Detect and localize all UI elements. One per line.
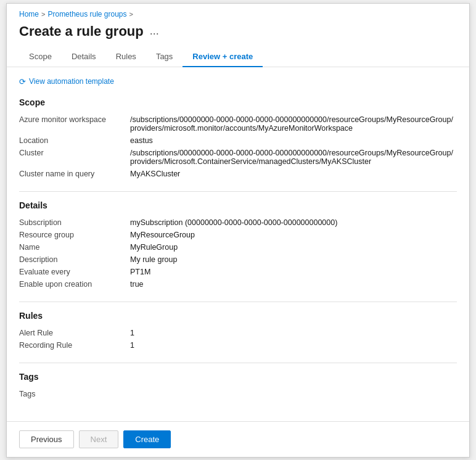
main-content: ⟳ View automation template Scope Azure m… — [7, 67, 469, 421]
footer: Previous Next Create — [7, 421, 469, 457]
details-value-1: MyResourceGroup — [130, 229, 457, 241]
details-label-3: Description — [19, 253, 130, 266]
tab-details[interactable]: Details — [62, 47, 106, 67]
automation-icon: ⟳ — [19, 77, 26, 86]
details-value-4: PT1M — [130, 266, 457, 278]
details-label-4: Evaluate every — [19, 266, 130, 278]
rules-value-0: 1 — [130, 327, 457, 339]
page-menu-icon[interactable]: ... — [150, 25, 159, 38]
rules-label-0: Alert Rule — [19, 327, 130, 339]
tab-rules[interactable]: Rules — [106, 47, 146, 67]
table-row: Name MyRuleGroup — [19, 241, 457, 253]
details-table: Subscription mySubscription (00000000-00… — [19, 216, 457, 290]
tags-table: Tags — [19, 388, 457, 400]
scope-label-0: Azure monitor workspace — [19, 113, 130, 134]
breadcrumb-sep1: > — [41, 10, 45, 18]
table-row: Cluster name in query MyAKSCluster — [19, 168, 457, 180]
details-label-1: Resource group — [19, 229, 130, 241]
table-row: Location eastus — [19, 134, 457, 147]
breadcrumb-home[interactable]: Home — [19, 10, 39, 18]
table-row: Recording Rule 1 — [19, 339, 457, 351]
details-label-2: Name — [19, 241, 130, 253]
automation-template-link[interactable]: ⟳ View automation template — [19, 77, 457, 86]
details-value-2: MyRuleGroup — [130, 241, 457, 253]
scope-value-3: MyAKSCluster — [130, 168, 457, 180]
tab-scope[interactable]: Scope — [19, 47, 62, 67]
page-header: Create a rule group ... — [7, 21, 469, 47]
table-row: Alert Rule 1 — [19, 327, 457, 339]
divider-rules-tags — [19, 363, 457, 363]
details-label-0: Subscription — [19, 216, 130, 229]
next-button: Next — [79, 430, 119, 448]
breadcrumb-sep2: > — [129, 10, 133, 18]
details-label-5: Enable upon creation — [19, 278, 130, 290]
scope-section-title: Scope — [19, 97, 457, 107]
divider-scope-details — [19, 191, 457, 192]
page-title: Create a rule group — [19, 23, 144, 39]
details-value-0: mySubscription (00000000-0000-0000-0000-… — [130, 216, 457, 229]
table-row: Tags — [19, 388, 457, 400]
table-row: Enable upon creation true — [19, 278, 457, 290]
table-row: Azure monitor workspace /subscriptions/0… — [19, 113, 457, 134]
scope-label-1: Location — [19, 134, 130, 147]
tags-label-0: Tags — [19, 388, 130, 400]
tabs-container: Scope Details Rules Tags Review + create — [7, 47, 469, 67]
rules-table: Alert Rule 1 Recording Rule 1 — [19, 327, 457, 351]
details-value-5: true — [130, 278, 457, 290]
tab-review-create[interactable]: Review + create — [183, 47, 263, 67]
scope-value-1: eastus — [130, 134, 457, 147]
table-row: Evaluate every PT1M — [19, 266, 457, 278]
tags-section-title: Tags — [19, 372, 457, 382]
table-row: Resource group MyResourceGroup — [19, 229, 457, 241]
scope-table: Azure monitor workspace /subscriptions/0… — [19, 113, 457, 180]
table-row: Description My rule group — [19, 253, 457, 266]
tags-value-0 — [130, 388, 457, 400]
table-row: Subscription mySubscription (00000000-00… — [19, 216, 457, 229]
breadcrumb-prometheus[interactable]: Prometheus rule groups — [47, 10, 126, 18]
scope-label-2: Cluster — [19, 147, 130, 168]
automation-template-label: View automation template — [29, 77, 114, 86]
divider-details-rules — [19, 302, 457, 302]
table-row: Cluster /subscriptions/00000000-0000-000… — [19, 147, 457, 168]
create-button[interactable]: Create — [123, 430, 171, 448]
scope-value-0: /subscriptions/00000000-0000-0000-0000-0… — [130, 113, 457, 134]
scope-label-3: Cluster name in query — [19, 168, 130, 180]
tab-tags[interactable]: Tags — [146, 47, 183, 67]
rules-label-1: Recording Rule — [19, 339, 130, 351]
previous-button[interactable]: Previous — [19, 430, 74, 448]
scope-value-2: /subscriptions/00000000-0000-0000-0000-0… — [130, 147, 457, 168]
breadcrumb: Home > Prometheus rule groups > — [7, 4, 469, 21]
rules-section-title: Rules — [19, 311, 457, 321]
details-value-3: My rule group — [130, 253, 457, 266]
rules-value-1: 1 — [130, 339, 457, 351]
details-section-title: Details — [19, 200, 457, 210]
